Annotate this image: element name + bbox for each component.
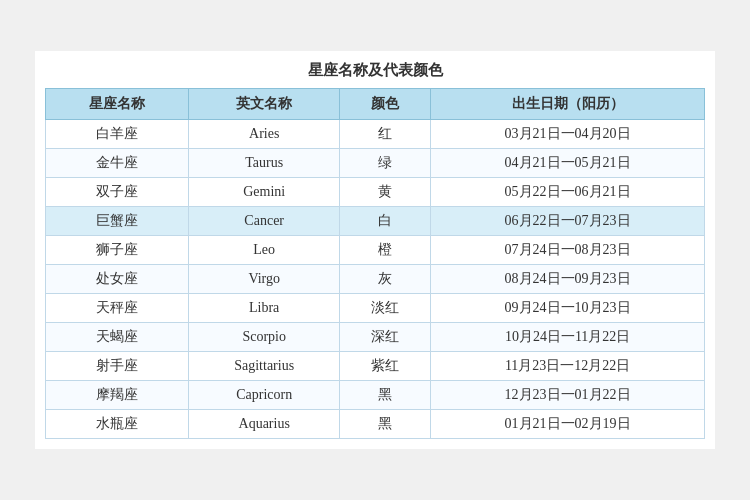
cell-chinese-name: 金牛座: [46, 149, 189, 178]
cell-color: 白: [340, 207, 431, 236]
cell-chinese-name: 水瓶座: [46, 410, 189, 439]
zodiac-table: 星座名称 英文名称 颜色 出生日期（阳历） 白羊座Aries红03月21日一04…: [45, 88, 705, 439]
table-row: 白羊座Aries红03月21日一04月20日: [46, 120, 705, 149]
cell-english-name: Virgo: [189, 265, 340, 294]
table-row: 射手座Sagittarius紫红11月23日一12月22日: [46, 352, 705, 381]
cell-color: 橙: [340, 236, 431, 265]
cell-english-name: Aquarius: [189, 410, 340, 439]
table-header-row: 星座名称 英文名称 颜色 出生日期（阳历）: [46, 89, 705, 120]
header-dates: 出生日期（阳历）: [431, 89, 705, 120]
table-row: 天秤座Libra淡红09月24日一10月23日: [46, 294, 705, 323]
cell-color: 深红: [340, 323, 431, 352]
header-chinese-name: 星座名称: [46, 89, 189, 120]
cell-dates: 05月22日一06月21日: [431, 178, 705, 207]
cell-english-name: Capricorn: [189, 381, 340, 410]
table-row: 巨蟹座Cancer白06月22日一07月23日: [46, 207, 705, 236]
header-english-name: 英文名称: [189, 89, 340, 120]
table-row: 处女座Virgo灰08月24日一09月23日: [46, 265, 705, 294]
cell-chinese-name: 白羊座: [46, 120, 189, 149]
cell-english-name: Cancer: [189, 207, 340, 236]
cell-color: 绿: [340, 149, 431, 178]
table-row: 狮子座Leo橙07月24日一08月23日: [46, 236, 705, 265]
cell-color: 黄: [340, 178, 431, 207]
cell-dates: 03月21日一04月20日: [431, 120, 705, 149]
cell-color: 灰: [340, 265, 431, 294]
cell-color: 黑: [340, 410, 431, 439]
cell-color: 红: [340, 120, 431, 149]
cell-chinese-name: 摩羯座: [46, 381, 189, 410]
cell-color: 淡红: [340, 294, 431, 323]
cell-english-name: Taurus: [189, 149, 340, 178]
table-row: 金牛座Taurus绿04月21日一05月21日: [46, 149, 705, 178]
cell-english-name: Scorpio: [189, 323, 340, 352]
cell-dates: 04月21日一05月21日: [431, 149, 705, 178]
cell-dates: 11月23日一12月22日: [431, 352, 705, 381]
cell-chinese-name: 射手座: [46, 352, 189, 381]
cell-dates: 06月22日一07月23日: [431, 207, 705, 236]
cell-chinese-name: 天蝎座: [46, 323, 189, 352]
cell-dates: 08月24日一09月23日: [431, 265, 705, 294]
cell-dates: 10月24日一11月22日: [431, 323, 705, 352]
cell-english-name: Libra: [189, 294, 340, 323]
cell-dates: 12月23日一01月22日: [431, 381, 705, 410]
table-row: 摩羯座Capricorn黑12月23日一01月22日: [46, 381, 705, 410]
table-row: 水瓶座Aquarius黑01月21日一02月19日: [46, 410, 705, 439]
cell-chinese-name: 双子座: [46, 178, 189, 207]
cell-english-name: Leo: [189, 236, 340, 265]
cell-chinese-name: 狮子座: [46, 236, 189, 265]
page-title: 星座名称及代表颜色: [45, 61, 705, 80]
cell-color: 黑: [340, 381, 431, 410]
cell-dates: 01月21日一02月19日: [431, 410, 705, 439]
header-color: 颜色: [340, 89, 431, 120]
main-container: 星座名称及代表颜色 星座名称 英文名称 颜色 出生日期（阳历） 白羊座Aries…: [35, 51, 715, 449]
cell-chinese-name: 处女座: [46, 265, 189, 294]
cell-chinese-name: 巨蟹座: [46, 207, 189, 236]
table-row: 天蝎座Scorpio深红10月24日一11月22日: [46, 323, 705, 352]
cell-color: 紫红: [340, 352, 431, 381]
cell-dates: 09月24日一10月23日: [431, 294, 705, 323]
table-row: 双子座Gemini黄05月22日一06月21日: [46, 178, 705, 207]
cell-dates: 07月24日一08月23日: [431, 236, 705, 265]
cell-english-name: Sagittarius: [189, 352, 340, 381]
cell-chinese-name: 天秤座: [46, 294, 189, 323]
cell-english-name: Gemini: [189, 178, 340, 207]
cell-english-name: Aries: [189, 120, 340, 149]
